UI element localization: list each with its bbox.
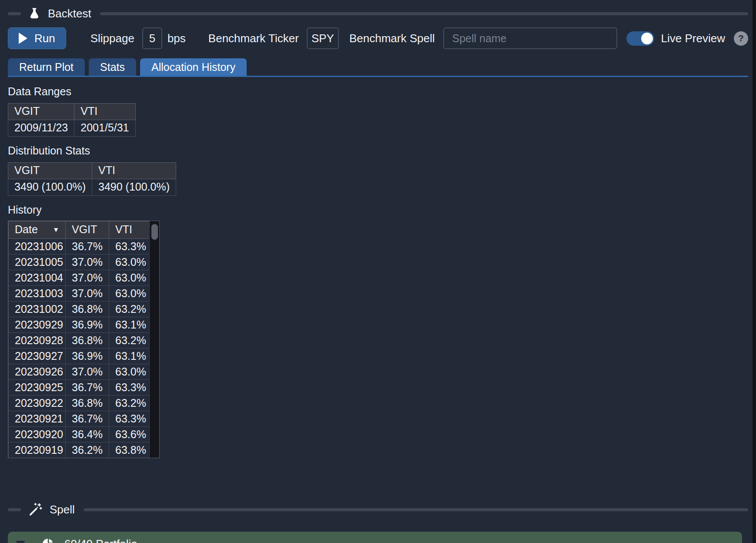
history-scrollbar-thumb[interactable]: [151, 224, 158, 240]
slippage-unit-label: bps: [167, 32, 186, 45]
tab-underline: [8, 76, 748, 77]
benchmark-spell-input[interactable]: [443, 27, 617, 49]
benchmark-spell-group: Benchmark Spell: [349, 27, 618, 49]
table-row: 2023092836.8%63.2%: [9, 333, 151, 349]
page-scrollbar-gutter[interactable]: [753, 0, 756, 543]
table-cell: 37.0%: [66, 364, 109, 380]
tab-return-plot[interactable]: Return Plot: [8, 58, 85, 76]
table-cell: 20230919: [9, 442, 66, 458]
table-row: 2023100236.8%63.2%: [9, 302, 151, 317]
run-button-label: Run: [34, 32, 55, 45]
table-cell: 63.3%: [109, 411, 151, 427]
table-row: 2023100437.0%63.0%: [9, 270, 151, 286]
table-row: 2009/11/23 2001/5/31: [8, 120, 136, 137]
benchmark-ticker-input[interactable]: [307, 27, 339, 49]
section-divider: [84, 508, 748, 511]
table-cell: 20230928: [9, 333, 66, 349]
table-cell: 36.7%: [66, 411, 109, 427]
table-cell: 20230925: [9, 380, 66, 396]
table-row: 2023092736.9%63.1%: [9, 349, 151, 364]
table-cell: 2009/11/23: [8, 120, 74, 137]
section-collapse-dash: [8, 508, 21, 511]
table-cell: 3490 (100.0%): [92, 179, 176, 196]
tab-allocation-history[interactable]: Allocation History: [140, 58, 247, 76]
distribution-stats-table: VGIT VTI 3490 (100.0%) 3490 (100.0%): [8, 162, 176, 196]
table-cell: 20230921: [9, 411, 66, 427]
history-scrollbar-track: [149, 221, 159, 458]
distribution-stats-title: Distribution Stats: [8, 144, 748, 158]
table-cell: 63.0%: [109, 364, 151, 380]
section-divider: [100, 12, 748, 15]
section-collapse-dash: [8, 12, 21, 15]
table-cell: 63.1%: [109, 349, 151, 364]
column-header-date[interactable]: Date ▼: [9, 221, 66, 239]
table-cell: 36.8%: [66, 396, 109, 411]
result-tabbar: Return Plot Stats Allocation History: [8, 58, 748, 77]
table-cell: 36.8%: [66, 333, 109, 349]
help-icon[interactable]: ?: [734, 31, 748, 46]
backtest-section-header: Backtest: [8, 5, 748, 22]
table-cell: 63.2%: [109, 302, 151, 317]
play-icon: [19, 33, 27, 44]
live-preview-group: Live Preview ?: [626, 31, 748, 46]
spell-node-portfolio[interactable]: 60/40 Portfolio: [8, 532, 742, 543]
tab-stats[interactable]: Stats: [89, 58, 136, 76]
table-cell: 36.2%: [66, 442, 109, 458]
magic-wand-icon: [28, 502, 43, 517]
benchmark-ticker-label: Benchmark Ticker: [208, 32, 299, 45]
live-preview-label: Live Preview: [661, 32, 725, 45]
table-cell: 20230926: [9, 364, 66, 380]
section-title: Spell: [50, 503, 75, 516]
table-cell: 20231004: [9, 270, 66, 286]
collapse-caret-icon[interactable]: [16, 541, 25, 543]
section-title: Backtest: [48, 7, 91, 20]
table-cell: 36.4%: [66, 427, 109, 442]
toggle-knob: [641, 33, 653, 44]
history-table-body: 2023100636.7%63.3%2023100537.0%63.0%2023…: [9, 239, 151, 458]
slippage-label: Slippage: [90, 32, 134, 45]
table-cell: 63.0%: [109, 286, 151, 302]
table-row: 2023092136.7%63.3%: [9, 411, 151, 427]
sort-desc-icon: ▼: [53, 226, 59, 233]
benchmark-spell-label: Benchmark Spell: [349, 32, 435, 45]
data-ranges-title: Data Ranges: [8, 85, 748, 98]
run-button[interactable]: Run: [8, 27, 66, 49]
spell-section-header: Spell: [8, 501, 748, 518]
slippage-group: Slippage bps: [90, 27, 186, 49]
table-cell: 63.1%: [109, 317, 151, 333]
table-row: 2023092036.4%63.6%: [9, 427, 151, 442]
backtest-controls: Run Slippage bps Benchmark Ticker Benchm…: [8, 27, 748, 49]
table-cell: 3490 (100.0%): [8, 179, 92, 196]
table-cell: 36.9%: [66, 317, 109, 333]
table-cell: 63.8%: [109, 442, 151, 458]
data-ranges-table: VGIT VTI 2009/11/23 2001/5/31: [8, 103, 136, 137]
table-cell: 36.9%: [66, 349, 109, 364]
table-cell: 20230922: [9, 396, 66, 411]
live-preview-toggle[interactable]: [626, 31, 654, 46]
flask-icon: [28, 7, 41, 20]
column-header: VGIT: [8, 104, 74, 120]
column-header-vgit[interactable]: VGIT: [66, 221, 109, 239]
column-header: VGIT: [8, 163, 92, 179]
table-cell: 20230929: [9, 317, 66, 333]
table-cell: 63.6%: [109, 427, 151, 442]
table-cell: 63.0%: [109, 255, 151, 270]
table-cell: 63.2%: [109, 396, 151, 411]
history-title: History: [8, 203, 748, 217]
table-cell: 20230920: [9, 427, 66, 442]
table-cell: 36.8%: [66, 302, 109, 317]
table-cell: 63.0%: [109, 270, 151, 286]
table-row: 2023100337.0%63.0%: [9, 286, 151, 302]
slippage-input[interactable]: [142, 27, 162, 49]
table-cell: 36.7%: [66, 380, 109, 396]
column-header: VTI: [74, 104, 135, 120]
table-cell: 36.7%: [66, 239, 109, 255]
table-cell: 2001/5/31: [74, 120, 135, 137]
table-cell: 63.3%: [109, 380, 151, 396]
table-cell: 37.0%: [66, 270, 109, 286]
table-cell: 20230927: [9, 349, 66, 364]
column-header-vti[interactable]: VTI: [109, 221, 151, 239]
table-row: 2023092936.9%63.1%: [9, 317, 151, 333]
table-row: 2023100537.0%63.0%: [9, 255, 151, 270]
table-cell: 20231006: [9, 239, 66, 255]
